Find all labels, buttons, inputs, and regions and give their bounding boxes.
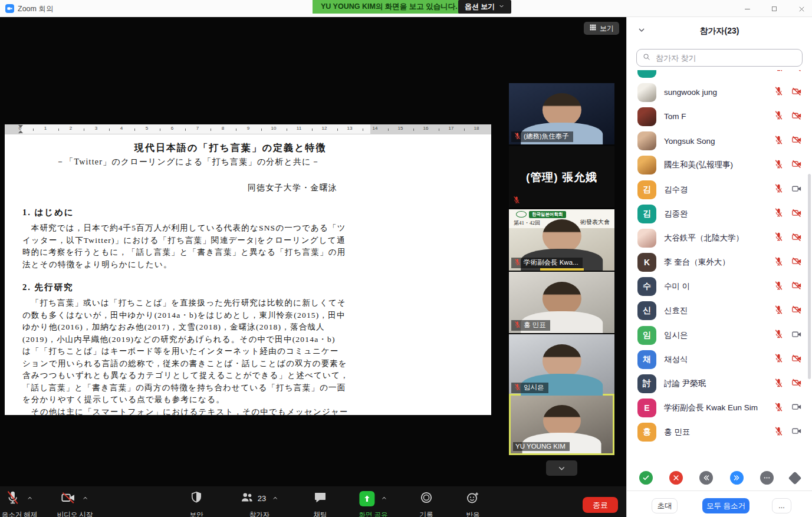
caret-up-icon[interactable]: [82, 493, 89, 504]
search-input[interactable]: [655, 53, 802, 63]
doc-line: ゆかり他(2016)，加納なおみ他(2017)，文雪(2018)，金曙泳(201…: [22, 321, 382, 334]
video-name-label: 홍 민표: [511, 320, 550, 331]
ruler-number: 6: [171, 126, 173, 131]
doc-line: を分かりやすく提示している点で最も参考になる。: [22, 394, 382, 406]
ruler-number: 12: [322, 126, 327, 131]
toolbar-chat-button[interactable]: 채팅: [313, 490, 327, 517]
caret-up-icon[interactable]: [272, 493, 279, 504]
avatar: [637, 131, 656, 150]
participant-status-icons: [774, 110, 802, 123]
video-tile[interactable]: 홍 민표: [509, 272, 614, 333]
video-tile[interactable]: (管理) 張允娥: [509, 146, 614, 208]
doc-line: イッター，以下Twitter)」における「打ち言葉」関連データ|をクローリングし…: [22, 235, 382, 247]
participant-row[interactable]: sungwook jung: [627, 80, 812, 104]
toolbar-reactions-button[interactable]: 반응: [466, 490, 480, 517]
toolbar-item-label: 보안: [189, 511, 203, 517]
invite-button[interactable]: 초대: [652, 498, 678, 513]
video-name-label: YU YOUNG KIM: [513, 442, 570, 451]
participant-row[interactable]: 國生和美(弘報理事): [627, 153, 812, 177]
ruler-tick: [388, 129, 389, 131]
participant-row[interactable]: Tom F: [627, 104, 812, 129]
video-name-label: 学術副会長 Kwa...: [511, 258, 583, 268]
share-icon: [359, 491, 374, 506]
view-options-button[interactable]: 옵션 보기: [458, 0, 511, 14]
toolbar-share-screen-button[interactable]: 화면 공유: [359, 490, 387, 517]
ruler-tick: [134, 129, 135, 131]
search-box[interactable]: [636, 49, 803, 67]
participant-status-icons: [774, 183, 802, 196]
collapse-thumbnails-button[interactable]: [546, 460, 577, 476]
doc-sections: 1. はじめに 本研究では，日本で約4千5百万人が利用している代表的なSNSの一…: [22, 207, 382, 415]
person-silhouette-head: [542, 282, 581, 315]
avatar: K: [637, 253, 656, 272]
minimize-button[interactable]: [738, 3, 756, 15]
participant-name: 國生和美(弘報理事): [664, 160, 769, 170]
participant-row[interactable]: 수수미 이: [627, 275, 812, 299]
doc-author: 同徳女子大学・金曙泳: [22, 183, 382, 196]
reaction-more-button[interactable]: [760, 471, 774, 485]
reaction-yes-button[interactable]: [639, 471, 653, 485]
mic-muted-icon: [774, 110, 784, 123]
mic-muted-icon: [514, 383, 521, 392]
participant-row[interactable]: 김김수경: [627, 177, 812, 202]
video-tile[interactable]: (總務)魚住奉子: [509, 83, 614, 144]
ruler-number: 5: [146, 126, 148, 131]
reaction-slower-button[interactable]: [699, 471, 713, 485]
participant-row[interactable]: E学術副会長 Kwak Eun Sim: [627, 396, 812, 420]
video-off-icon: [791, 256, 802, 269]
participant-row[interactable]: 討討論 尹榮珉: [627, 371, 812, 396]
participant-row[interactable]: K李 奎台（東外大）: [627, 251, 812, 275]
avatar: 임: [637, 326, 656, 345]
person-silhouette-head: [542, 344, 581, 378]
doc-line: 含みつつもいずれとも異なるカテゴリとして捉えることができる」と述べていて，: [22, 370, 382, 382]
avatar: 김: [637, 180, 656, 199]
reaction-no-button[interactable]: [669, 471, 683, 485]
doc-line: 「打ち言葉」或いは「打ちことば」を直接扱った先行研究は比較的に新しくてそ: [22, 297, 382, 309]
ruler-tick: [363, 129, 363, 131]
mute-all-button[interactable]: 모두 음소거: [702, 498, 749, 513]
participant-status-icons: [774, 208, 802, 220]
participant-status-icons: [774, 86, 802, 99]
view-button[interactable]: 보기: [584, 22, 619, 35]
close-button[interactable]: [793, 3, 810, 15]
video-off-icon: [791, 134, 802, 147]
avatar: E: [637, 399, 656, 417]
participant-row[interactable]: 채채성식: [627, 347, 812, 371]
participant-row[interactable]: 大谷鉄平（北陸大学）: [627, 226, 812, 250]
participant-row[interactable]: 홍홍 민표: [627, 420, 812, 444]
document-body: 現代日本語の「打ち言葉」の定義と特徴 －「Twitter」のクローリングによる「…: [5, 142, 491, 415]
video-tile[interactable]: 한국일본어학회第41・42回術發表大會学術副会長 Kwa...: [509, 209, 614, 271]
more-button[interactable]: ...: [772, 498, 791, 513]
toolbar-start-video-button[interactable]: 비디오 시작: [57, 490, 93, 517]
people-icon: [240, 490, 254, 507]
maximize-button[interactable]: [765, 3, 783, 15]
indent-marker-icon[interactable]: [18, 125, 23, 128]
participant-row[interactable]: 김김종완: [627, 202, 812, 226]
scrollbar-thumb[interactable]: [808, 174, 811, 379]
video-tile[interactable]: YU YOUNG KIM: [509, 394, 614, 455]
mic-muted-icon: [774, 86, 784, 98]
eraser-icon[interactable]: [788, 471, 802, 485]
video-name-center: (管理) 張允娥: [509, 170, 614, 185]
toolbar-record-button[interactable]: 기록: [419, 490, 433, 517]
toolbar-participants-button[interactable]: 23참가자: [240, 490, 279, 517]
end-meeting-button[interactable]: 종료: [583, 497, 618, 513]
indent-marker-icon[interactable]: [18, 130, 23, 133]
caret-up-icon[interactable]: [27, 493, 34, 504]
reaction-faster-button[interactable]: [730, 471, 744, 485]
caret-up-icon[interactable]: [380, 493, 387, 504]
toolbar-unmute-button[interactable]: 음소거 해제: [2, 490, 38, 517]
toolbar-item-label: 비디오 시작: [57, 511, 93, 517]
avatar: 討: [637, 374, 656, 393]
participant-row[interactable]: 신신효진: [627, 299, 812, 323]
toolbar-icon-row: [57, 490, 93, 506]
participant-row[interactable]: Yongsuk Song: [627, 129, 812, 153]
ruler-number: 17: [449, 126, 454, 131]
participant-name: 채성식: [664, 354, 769, 365]
video-tile[interactable]: 임시은: [509, 334, 614, 396]
toolbar-security-button[interactable]: 보안: [189, 490, 203, 517]
mic-muted-icon: [514, 132, 521, 141]
participant-name: 홍 민표: [524, 321, 546, 330]
avatar: [637, 156, 656, 174]
participant-row[interactable]: 임임시은: [627, 323, 812, 347]
